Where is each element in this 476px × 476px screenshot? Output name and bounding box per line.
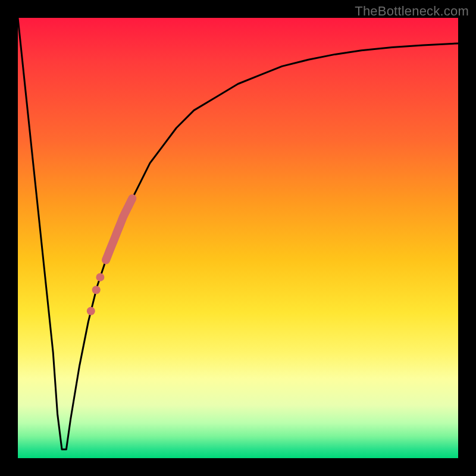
plot-area (18, 18, 458, 458)
highlight-dot (92, 286, 101, 294)
watermark-text: TheBottleneck.com (355, 4, 469, 19)
highlight-segment (106, 198, 132, 260)
highlight-dot (96, 273, 104, 281)
curve-layer (18, 18, 458, 458)
chart-frame: TheBottleneck.com (0, 0, 476, 476)
highlight-dot (87, 307, 95, 315)
bottleneck-curve (18, 18, 458, 449)
